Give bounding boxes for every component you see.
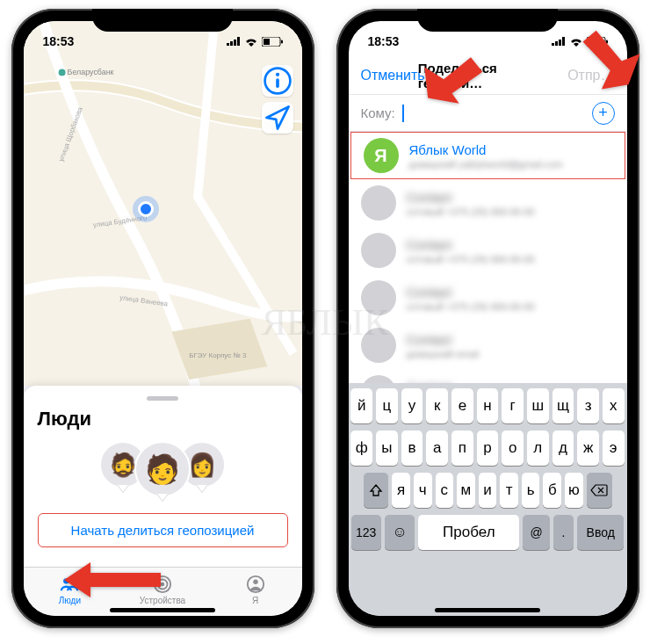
letter-key[interactable]: ч <box>414 473 432 508</box>
sheet-grabber[interactable] <box>147 396 178 401</box>
letter-key[interactable]: ц <box>376 388 398 423</box>
letter-key[interactable]: м <box>457 473 475 508</box>
memoji-row: 🧔 🧑 👩 <box>38 441 288 497</box>
map-info-button[interactable] <box>262 65 293 97</box>
annotation-arrow <box>64 558 161 602</box>
svg-rect-5 <box>264 39 270 45</box>
letter-key[interactable]: н <box>477 388 499 423</box>
notch <box>92 9 233 32</box>
letter-key[interactable]: х <box>603 388 625 423</box>
letter-key[interactable]: л <box>527 431 549 466</box>
shift-key[interactable] <box>364 473 389 508</box>
svg-point-24 <box>253 580 258 585</box>
letter-key[interactable]: щ <box>552 388 574 423</box>
contact-subtitle: сотовый +375 (29) 000-00-00 <box>407 301 535 312</box>
battery-icon <box>262 37 283 47</box>
space-key[interactable]: Пробел <box>418 515 519 550</box>
letter-key[interactable]: т <box>500 473 518 508</box>
letter-key[interactable]: р <box>477 431 499 466</box>
start-sharing-button[interactable]: Начать делиться геопозицией <box>38 513 288 547</box>
letter-key[interactable]: з <box>577 388 599 423</box>
backspace-icon <box>590 484 608 496</box>
avatar <box>361 185 396 221</box>
letter-key[interactable]: о <box>502 431 524 466</box>
letter-key[interactable]: б <box>543 473 561 508</box>
add-contact-button[interactable]: + <box>592 102 615 125</box>
phone-left: 18:53 Беларусбанк улица Щорбакова улица … <box>11 9 314 628</box>
tab-me[interactable]: Я <box>209 568 302 612</box>
status-time: 18:53 <box>43 34 75 48</box>
letter-key[interactable]: к <box>426 388 448 423</box>
letter-key[interactable]: а <box>426 431 448 466</box>
notch <box>417 9 558 32</box>
contact-row[interactable]: Contactсотовый +375 (29) 000-00-00 <box>349 227 627 274</box>
svg-text:БГЭУ Корпус № 3: БГЭУ Корпус № 3 <box>189 351 247 359</box>
text-cursor <box>402 105 404 122</box>
home-indicator[interactable] <box>110 608 215 612</box>
emoji-key[interactable]: ☺ <box>385 515 415 550</box>
screen-share: 18:53 Отменить Поделиться геопози… Отпр…… <box>349 21 627 616</box>
letter-key[interactable]: э <box>603 431 625 466</box>
home-indicator[interactable] <box>435 608 540 612</box>
screen-findmy: 18:53 Беларусбанк улица Щорбакова улица … <box>24 21 302 616</box>
letter-key[interactable]: ш <box>527 388 549 423</box>
svg-rect-28 <box>559 40 561 46</box>
contact-name: Contact <box>407 190 535 205</box>
svg-rect-6 <box>281 40 283 43</box>
contact-row[interactable]: Contactсотовый +375 (29) 000-00-00 <box>349 274 627 322</box>
people-sheet[interactable]: Люди 🧔 🧑 👩 Начать делиться геопозицией <box>24 386 302 567</box>
annotation-arrow <box>571 21 645 95</box>
wifi-icon <box>244 37 258 47</box>
me-icon <box>246 575 265 594</box>
svg-point-16 <box>275 73 278 76</box>
cancel-button[interactable]: Отменить <box>361 68 425 83</box>
to-field-row[interactable]: Кому: + <box>349 95 627 132</box>
svg-marker-25 <box>64 562 161 597</box>
letter-key[interactable]: у <box>401 388 423 423</box>
avatar <box>361 328 396 363</box>
avatar <box>361 375 396 383</box>
letter-key[interactable]: ю <box>565 473 583 508</box>
svg-point-20 <box>161 582 165 587</box>
svg-text:Беларусбанк: Беларусбанк <box>67 68 113 76</box>
contact-list[interactable]: ЯЯблык Worldдомашний yablykworld@gmail.c… <box>349 132 627 383</box>
contact-name: Яблык World <box>409 142 563 157</box>
at-key[interactable]: @ <box>523 515 550 550</box>
dot-key[interactable]: . <box>553 515 574 550</box>
letter-key[interactable]: г <box>502 388 524 423</box>
letter-key[interactable]: в <box>401 431 423 466</box>
svg-rect-27 <box>555 41 558 46</box>
contact-subtitle: домашний email <box>407 349 480 359</box>
numeric-key[interactable]: 123 <box>351 515 381 550</box>
svg-marker-34 <box>578 29 641 92</box>
letter-key[interactable]: с <box>436 473 454 508</box>
signal-icon <box>552 37 566 46</box>
backspace-key[interactable] <box>587 473 612 508</box>
letter-key[interactable]: ж <box>577 431 599 466</box>
contact-row[interactable]: Contactсотовый +375 (29) 000-00-00 <box>349 179 627 227</box>
letter-key[interactable]: и <box>479 473 497 508</box>
svg-rect-29 <box>562 37 565 46</box>
letter-key[interactable]: е <box>451 388 473 423</box>
svg-rect-2 <box>234 40 236 46</box>
contact-row[interactable]: Contact+375 (29) 000-00-00 <box>349 369 627 383</box>
letter-key[interactable]: д <box>552 431 574 466</box>
letter-key[interactable]: я <box>392 473 410 508</box>
keyboard[interactable]: йцукенгшщзх фывапролджэ ячсмитьбю 123 ☺ … <box>349 383 627 616</box>
letter-key[interactable]: ы <box>376 431 398 466</box>
map-locate-button[interactable] <box>262 102 293 134</box>
current-location-dot <box>138 201 154 217</box>
letter-key[interactable]: п <box>451 431 473 466</box>
location-arrow-icon <box>262 102 293 134</box>
letter-key[interactable]: ф <box>350 431 372 466</box>
letter-key[interactable]: й <box>350 388 372 423</box>
contact-row[interactable]: Contactдомашний email <box>349 322 627 369</box>
info-icon <box>262 65 293 97</box>
contact-row[interactable]: ЯЯблык Worldдомашний yablykworld@gmail.c… <box>350 132 625 179</box>
phone-right: 18:53 Отменить Поделиться геопози… Отпр…… <box>336 9 639 628</box>
map[interactable]: Беларусбанк улица Щорбакова улица Будённ… <box>24 21 302 386</box>
to-label: Кому: <box>361 105 395 120</box>
return-key[interactable]: Ввод <box>577 515 625 550</box>
letter-key[interactable]: ь <box>522 473 540 508</box>
tab-label: Я <box>252 596 258 605</box>
